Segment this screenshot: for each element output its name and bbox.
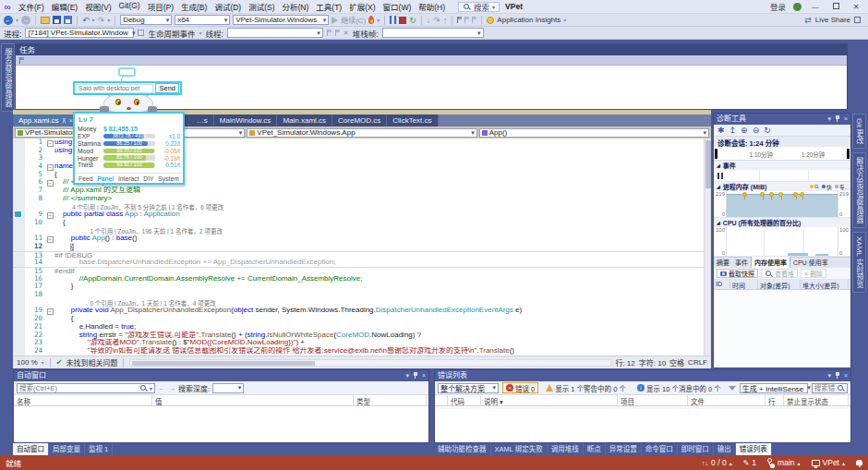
code-line-9[interactable]: 9– public partial class App : Applicatio… (13, 211, 704, 219)
error-list-title-bar[interactable]: 错误列表 ▾ × (435, 370, 850, 381)
zoom-chevron-icon[interactable]: ▾ (42, 357, 44, 368)
search-depth-dropdown[interactable]: ▾ (212, 383, 244, 393)
codelens-indicator[interactable]: 4 个引用 | ZouJin，不到 5 分钟之前 | 1 名作者，6 项更改 (54, 203, 704, 211)
code-text[interactable]: { (54, 219, 704, 227)
column-header-文件[interactable]: 文件 (688, 395, 766, 405)
filter-icon[interactable] (729, 386, 736, 391)
menu-item-12[interactable]: 帮助(H) (415, 1, 449, 12)
history-back-icon[interactable]: ← (158, 384, 165, 392)
dock-tab-服务器资源管理器[interactable]: 服务器资源管理器 (1, 43, 15, 112)
cpu-graph[interactable]: 1000 1000 (714, 227, 850, 257)
action-删除[interactable]: ×删除 (801, 269, 826, 278)
code-text[interactable]: /// App.xaml 的交互逻辑 (54, 187, 704, 195)
pending-changes-button[interactable]: ✎1 (743, 458, 756, 467)
code-line-8[interactable]: 8 /// </summary> (13, 195, 704, 203)
nav-member-dropdown[interactable]: App()▾ (479, 128, 709, 138)
diagnostics-tab-摘要[interactable]: 摘要 (714, 257, 732, 268)
zoom-in-icon[interactable]: ⊕ (741, 126, 748, 135)
fold-margin[interactable] (45, 154, 54, 163)
code-text[interactable]: #endif (54, 268, 704, 275)
hot-reload-icon[interactable] (368, 16, 374, 24)
diagnostics-timeline-ruler[interactable]: 1:10分钟 1:20分钟 (714, 147, 850, 161)
column-header-说明[interactable]: 说明 ▾ (481, 395, 618, 405)
code-text[interactable] (54, 291, 704, 299)
code-text[interactable]: public App() : base() (54, 235, 704, 243)
fold-margin[interactable] (45, 252, 54, 259)
dock-tab-XAML 实时预览[interactable]: XAML 实时预览 (852, 232, 866, 293)
diagnostics-title-bar[interactable]: 诊断工具 ▾ × (714, 114, 850, 125)
timeline-left-bracket[interactable] (715, 149, 717, 159)
code-line-16[interactable]: 16 //AppDomain.CurrentDomain.AssemblyRes… (13, 275, 704, 283)
editor-tab-ClickText.cs[interactable]: ClickText.cs (387, 114, 438, 127)
fold-margin[interactable] (45, 315, 54, 323)
maximize-button[interactable] (829, 3, 842, 11)
column-header-值[interactable]: 值 (152, 395, 354, 405)
fold-margin[interactable] (45, 243, 54, 251)
menu-item-10[interactable]: 扩展(X) (345, 1, 379, 12)
memory-graph[interactable]: 2190 2190 (714, 191, 850, 218)
window-position-icon[interactable]: ▾ (827, 370, 831, 381)
column-header-icon[interactable] (435, 395, 448, 405)
menu-item-2[interactable]: 视图(V) (81, 1, 115, 12)
dock-tab-解决方案资源管理器[interactable]: 解决方案资源管理器 (852, 152, 866, 228)
code-text[interactable]: public partial class App : Application (54, 211, 704, 219)
menu-item-6[interactable]: 调试(D) (211, 1, 245, 12)
code-text[interactable]: private void App_DispatcherUnhandledExce… (54, 307, 704, 315)
repository-button[interactable]: VPet▴ (812, 458, 845, 467)
column-indicator[interactable]: 字符: 10 (639, 357, 666, 368)
autos-search[interactable]: ▾ (17, 383, 155, 393)
sign-in-link[interactable]: 登录 (770, 1, 786, 12)
code-line-19[interactable]: 19– private void App_DispatcherUnhandled… (13, 307, 704, 315)
pet-tab-system[interactable]: System (158, 175, 179, 182)
app-insights-dropdown-icon[interactable]: ▾ (563, 15, 566, 26)
panel-tab-即时窗口[interactable]: 即时窗口 (678, 443, 714, 455)
solution-platform-dropdown[interactable]: x64▾ (175, 15, 230, 25)
code-line-codelens[interactable]: 4 个引用 | ZouJin，不到 5 分钟之前 | 1 名作者，6 项更改 (13, 203, 704, 211)
document-health[interactable]: 未找到相关问题 (66, 357, 117, 368)
close-icon[interactable]: × (844, 370, 848, 381)
code-line-22[interactable]: 22 string errstr = "游戏发生错误,可能是".Translat… (13, 331, 704, 340)
pet-tab-diy[interactable]: DIY (143, 175, 153, 182)
menu-item-3[interactable]: Git(G) (115, 1, 144, 12)
startup-project-dropdown[interactable]: VPet-Simulator.Windows▾ (233, 15, 329, 25)
errors-filter-button[interactable]: ×错误 0 (502, 382, 538, 393)
show-flagged-icon[interactable]: ✕ (344, 28, 349, 39)
previous-bookmark-icon[interactable] (464, 17, 469, 23)
column-header-堆大小(差异)[interactable]: 堆大小(差异) (801, 280, 849, 289)
panel-tab-异常设置[interactable]: 异常设置 (606, 443, 642, 455)
code-text[interactable]: string errstr = "游戏发生错误,可能是".Translate()… (54, 331, 704, 340)
fold-margin[interactable] (45, 203, 54, 211)
bookmark-icon[interactable] (457, 17, 462, 23)
current-branch-button[interactable]: main▴ (767, 458, 800, 467)
pet-tab-panel[interactable]: Panel (97, 175, 114, 182)
action-查看堆[interactable]: 查看堆 (761, 269, 798, 278)
menu-item-5[interactable]: 生成(B) (177, 1, 211, 12)
line-indicator[interactable]: 行: 12 (615, 357, 634, 368)
dock-tab-Git 更改[interactable]: Git 更改 (852, 114, 866, 149)
save-all-icon[interactable] (64, 16, 72, 24)
error-source-dropdown[interactable]: 生成 + IntelliSense▾ (740, 383, 808, 393)
step-over-icon[interactable]: ↷ (433, 15, 440, 26)
pet-send-button[interactable]: Send (155, 83, 179, 93)
codelens-indicator[interactable]: 0 个引用 | ZouJin，1 天前 | 1 名作者，4 项更改 (54, 299, 704, 307)
menu-item-4[interactable]: 项目(P) (144, 1, 177, 12)
settings-icon[interactable]: ✱ (717, 126, 725, 135)
menu-item-0[interactable]: 文件(F) (15, 1, 48, 12)
application-insights-label[interactable]: Application Insights (497, 16, 561, 24)
step-out-icon[interactable]: ↑ (443, 15, 448, 26)
error-search-input[interactable] (814, 384, 835, 392)
code-line-10[interactable]: 10 { (13, 219, 704, 227)
close-icon[interactable]: × (844, 114, 848, 125)
panel-tab-输出[interactable]: 输出 (714, 443, 736, 455)
menu-item-1[interactable]: 编辑(E) (48, 1, 81, 12)
column-header-代码[interactable]: 代码 (448, 395, 481, 405)
diagnostics-tab-事件[interactable]: 事件 (732, 257, 751, 268)
live-share-icon[interactable]: ⇄ (804, 15, 812, 26)
pin-icon[interactable] (413, 372, 418, 380)
fold-margin[interactable] (45, 323, 54, 331)
column-header-ID[interactable]: ID (714, 280, 730, 289)
navigate-back-icon[interactable]: ← (4, 16, 13, 25)
column-header-禁止显示状态[interactable]: 禁止显示状态 (784, 395, 849, 405)
fold-margin[interactable]: – (45, 235, 54, 243)
diagnostics-tab-内存使用率[interactable]: 内存使用率 (751, 256, 790, 268)
